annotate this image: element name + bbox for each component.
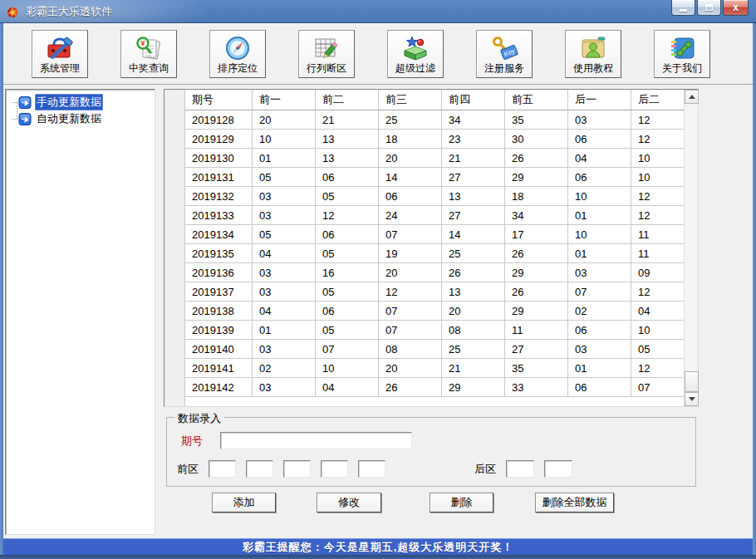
table-cell: 20: [379, 149, 442, 168]
column-header[interactable]: 前一: [253, 90, 316, 110]
table-cell: 20: [379, 359, 442, 378]
front-zone-input-4[interactable]: [321, 460, 348, 478]
table-row[interactable]: 201913703051213260712: [164, 282, 684, 302]
vertical-scrollbar[interactable]: [684, 90, 698, 406]
toolbar-button-1[interactable]: 系统管理: [32, 30, 88, 78]
table-row[interactable]: 201913603162026290309: [164, 263, 684, 282]
compass-icon: [222, 34, 253, 62]
table-cell: 11: [505, 321, 568, 340]
table-row[interactable]: 201913405060714171011: [164, 225, 684, 244]
column-header[interactable]: 后一: [568, 90, 631, 110]
toolbar-button-4[interactable]: 行列断区: [298, 30, 355, 78]
table-cell: 21: [442, 149, 505, 168]
table-cell: 2019141: [185, 359, 253, 378]
toolbar-button-label: 注册服务: [484, 62, 524, 75]
toolbar-button-7[interactable]: 使用教程: [565, 30, 621, 78]
scroll-down-button[interactable]: [685, 392, 699, 406]
toolbar-button-label: 使用教程: [573, 62, 613, 75]
front-zone-input-3[interactable]: [283, 460, 311, 478]
table-header-row: 期号前一前二前三前四前五后一后二: [164, 90, 684, 110]
table-cell: 2019140: [185, 340, 253, 359]
table-cell: 13: [442, 187, 505, 206]
toolbar-button-2[interactable]: ¥中奖查询: [120, 30, 177, 78]
toolbar-button-3[interactable]: 排序定位: [209, 30, 266, 78]
column-header[interactable]: 期号: [185, 90, 253, 110]
issue-number-input[interactable]: [220, 432, 412, 449]
delete-all-button[interactable]: 删除全部数据: [535, 493, 614, 512]
close-icon: x: [733, 2, 739, 12]
toolbar-button-6[interactable]: Key注册服务: [476, 30, 533, 78]
back-zone-input-1[interactable]: [506, 460, 534, 478]
table-cell: 26: [505, 244, 568, 263]
arrow-icon: [18, 113, 32, 125]
toolbar-button-8[interactable]: 关于我们: [654, 30, 710, 78]
column-header[interactable]: 前二: [316, 90, 379, 110]
title-bar: 彩霸王大乐透软件 x: [0, 0, 756, 23]
table-row[interactable]: 201913001132021260410: [164, 149, 684, 168]
scroll-up-button[interactable]: [685, 90, 699, 104]
table-cell: 11: [631, 225, 684, 244]
table-row[interactable]: 201913901050708110610: [164, 321, 684, 340]
table-row[interactable]: 201914102102021350112: [164, 359, 684, 378]
front-zone-input-1[interactable]: [209, 460, 236, 478]
front-zone-input-5[interactable]: [358, 460, 385, 478]
maximize-button[interactable]: [697, 0, 721, 16]
table-cell: 07: [316, 340, 379, 359]
toolbar-button-5[interactable]: 超级过滤: [387, 30, 444, 78]
table-cell: 20: [442, 302, 505, 321]
table-cell: 30: [505, 130, 568, 149]
modify-button[interactable]: 修改: [317, 493, 381, 512]
table-cell: 03: [253, 187, 316, 206]
table-cell: 06: [316, 302, 379, 321]
arrow-icon: [18, 96, 32, 109]
table-row[interactable]: 201912820212534350312: [164, 110, 684, 130]
table-row[interactable]: 201914203042629330607: [164, 378, 684, 397]
table-cell: 08: [442, 321, 505, 340]
table-cell: 20: [253, 110, 316, 130]
arrow-down-icon: [689, 397, 695, 401]
window-title: 彩霸王大乐透软件: [26, 4, 112, 19]
back-zone-input-2[interactable]: [544, 460, 572, 478]
table-cell: 01: [568, 206, 631, 225]
table-cell: 16: [316, 263, 379, 282]
add-button[interactable]: 添加: [212, 493, 276, 512]
front-zone-input-2[interactable]: [246, 460, 273, 478]
delete-button[interactable]: 删除: [430, 493, 493, 512]
sidebar-item-manual-update[interactable]: 手动更新数据: [6, 94, 155, 110]
table-row[interactable]: 201912910131823300612: [164, 130, 684, 149]
table-row[interactable]: 201913504051925260111: [164, 244, 684, 263]
table-cell: 01: [253, 321, 316, 340]
table-cell: 35: [505, 110, 568, 130]
table-cell: 2019133: [185, 206, 253, 225]
minimize-button[interactable]: [671, 0, 695, 16]
table-cell: 18: [379, 130, 442, 149]
table-cell: 04: [253, 302, 316, 321]
table-cell: 03: [568, 263, 631, 282]
sidebar-item-auto-update[interactable]: 自动更新数据: [6, 110, 155, 127]
issue-number-label: 期号: [181, 434, 203, 449]
table-row[interactable]: 201914003070825270305: [164, 340, 684, 359]
table-cell: 12: [316, 206, 379, 225]
close-button[interactable]: x: [723, 0, 749, 16]
table-cell: 05: [253, 225, 316, 244]
table-cell: 2019142: [185, 378, 253, 397]
table-cell: 20: [379, 263, 442, 282]
table-cell: 06: [316, 168, 379, 187]
table-row[interactable]: 201913203050613181012: [164, 187, 684, 206]
table-cell: 29: [505, 263, 568, 282]
column-header[interactable]: 后二: [631, 90, 684, 110]
column-header[interactable]: 前三: [379, 90, 442, 110]
scrollbar-thumb[interactable]: [685, 371, 699, 392]
table-cell: 07: [379, 302, 442, 321]
table-row[interactable]: 201913804060720290204: [164, 302, 684, 321]
column-header[interactable]: 前五: [505, 90, 568, 110]
table-cell: 2019131: [185, 168, 253, 187]
table-cell: 12: [379, 282, 442, 302]
table-row[interactable]: 201913105061427290610: [164, 168, 684, 187]
search-doc-icon: ¥: [133, 34, 164, 62]
table-cell: 03: [568, 110, 631, 130]
column-header[interactable]: 前四: [442, 90, 505, 110]
table-cell: 12: [631, 110, 684, 130]
table-row[interactable]: 201913303122427340112: [164, 206, 684, 225]
table-cell: 19: [379, 244, 442, 263]
